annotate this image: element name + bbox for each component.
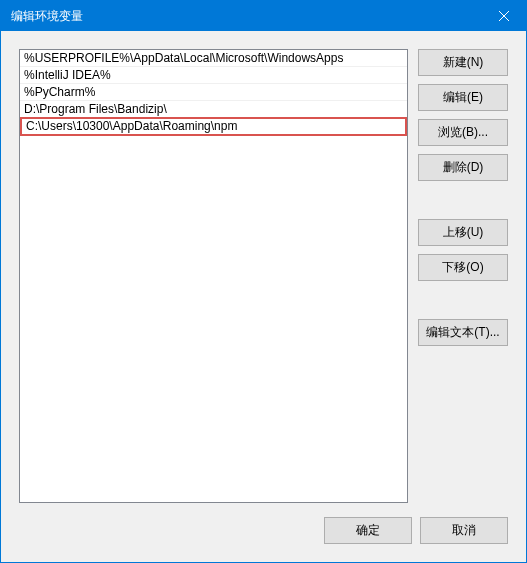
close-icon — [499, 11, 509, 21]
titlebar: 编辑环境变量 — [1, 1, 526, 31]
edit-button[interactable]: 编辑(E) — [418, 84, 508, 111]
list-item[interactable]: %PyCharm% — [20, 84, 407, 101]
bottom-buttons: 确定 取消 — [19, 517, 508, 544]
cancel-button[interactable]: 取消 — [420, 517, 508, 544]
new-button[interactable]: 新建(N) — [418, 49, 508, 76]
delete-button[interactable]: 删除(D) — [418, 154, 508, 181]
dialog-body: %USERPROFILE%\AppData\Local\Microsoft\Wi… — [1, 31, 526, 562]
ok-button[interactable]: 确定 — [324, 517, 412, 544]
env-var-dialog: 编辑环境变量 %USERPROFILE%\AppData\Local\Micro… — [0, 0, 527, 563]
browse-button[interactable]: 浏览(B)... — [418, 119, 508, 146]
list-item[interactable]: %IntelliJ IDEA% — [20, 67, 407, 84]
main-area: %USERPROFILE%\AppData\Local\Microsoft\Wi… — [19, 49, 508, 503]
side-buttons: 新建(N) 编辑(E) 浏览(B)... 删除(D) 上移(U) 下移(O) 编… — [418, 49, 508, 503]
close-button[interactable] — [481, 1, 526, 31]
dialog-title: 编辑环境变量 — [11, 8, 83, 25]
list-item[interactable]: D:\Program Files\Bandizip\ — [20, 101, 407, 118]
list-item[interactable]: C:\Users\10300\AppData\Roaming\npm — [20, 117, 407, 136]
move-down-button[interactable]: 下移(O) — [418, 254, 508, 281]
list-item[interactable]: %USERPROFILE%\AppData\Local\Microsoft\Wi… — [20, 50, 407, 67]
path-listbox[interactable]: %USERPROFILE%\AppData\Local\Microsoft\Wi… — [19, 49, 408, 503]
edit-text-button[interactable]: 编辑文本(T)... — [418, 319, 508, 346]
move-up-button[interactable]: 上移(U) — [418, 219, 508, 246]
